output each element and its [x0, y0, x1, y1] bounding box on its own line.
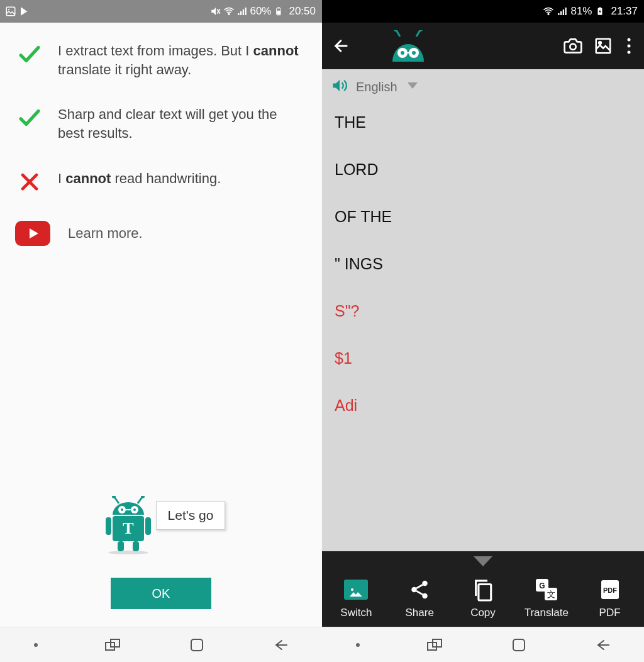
mascot-peek-icon: [386, 30, 430, 62]
svg-text:PDF: PDF: [603, 586, 617, 594]
svg-rect-0: [6, 7, 15, 16]
svg-text:T: T: [123, 519, 133, 537]
speech-bubble: Let's go: [156, 501, 226, 530]
signal-icon: [557, 6, 568, 17]
svg-point-44: [628, 38, 631, 42]
svg-rect-60: [513, 639, 525, 651]
camera-button[interactable]: [562, 35, 584, 57]
mascot-icon: T: [97, 496, 160, 559]
ocr-line: OF THE: [335, 208, 631, 226]
copy-icon: [470, 576, 496, 603]
action-label: Share: [406, 607, 434, 619]
svg-rect-7: [277, 11, 280, 14]
tip-item: I cannot read handwriting.: [15, 169, 307, 194]
overflow-menu-button[interactable]: [623, 35, 635, 57]
svg-point-1: [8, 9, 9, 10]
pdf-button[interactable]: PDF PDF: [582, 576, 638, 619]
cross-icon: [15, 169, 44, 194]
ocr-line: Adi: [335, 396, 631, 415]
svg-point-38: [401, 51, 404, 55]
nav-bar: [0, 627, 322, 662]
tip-text: I cannot read handwriting.: [58, 169, 221, 188]
learn-more-row[interactable]: Learn more.: [15, 221, 307, 246]
ocr-line: " INGS: [335, 255, 631, 273]
svg-point-46: [628, 51, 631, 54]
ok-button[interactable]: OK: [111, 578, 211, 609]
clock-time: 21:37: [611, 5, 638, 18]
pdf-icon: PDF: [597, 576, 623, 603]
signal-icon: [236, 6, 248, 17]
svg-line-12: [138, 497, 142, 503]
chevron-down-icon[interactable]: [474, 556, 492, 570]
back-button[interactable]: [594, 637, 611, 653]
svg-point-25: [108, 551, 148, 554]
wifi-icon: [223, 6, 235, 17]
status-bar: 60% 20:50: [0, 0, 322, 23]
svg-point-45: [628, 45, 631, 48]
tip-item: I extract text from images. But I cannot…: [15, 42, 307, 79]
tip-text: Sharp and clear text will get you the be…: [58, 105, 307, 142]
bottom-toolbar: Switch Share Copy G文 Translate: [322, 551, 644, 627]
check-icon: [15, 105, 44, 130]
translate-button[interactable]: G文 Translate: [518, 576, 575, 619]
onboarding-screen: 60% 20:50 I extract text from images. Bu…: [0, 0, 322, 662]
ocr-line: S"?: [335, 302, 631, 320]
status-bar: 81% 21:37: [322, 0, 644, 23]
language-selector[interactable]: English: [322, 69, 644, 104]
tips-list: I extract text from images. But I cannot…: [0, 23, 322, 496]
svg-line-34: [416, 30, 420, 36]
svg-text:G: G: [539, 581, 545, 590]
svg-rect-28: [191, 639, 203, 651]
result-screen: 81% 21:37: [322, 0, 644, 662]
chevron-down-icon: [408, 82, 418, 92]
gallery-button[interactable]: [592, 35, 614, 57]
svg-point-41: [570, 44, 575, 50]
action-label: PDF: [599, 607, 621, 619]
svg-point-29: [548, 14, 550, 15]
ocr-line: LORD: [335, 160, 631, 179]
svg-point-50: [422, 593, 428, 599]
tip-text: I extract text from images. But I cannot…: [58, 42, 307, 79]
svg-point-39: [412, 51, 416, 55]
ocr-result-text[interactable]: THE LORD OF THE " INGS S"? $1 Adi: [322, 104, 644, 551]
switch-button[interactable]: Switch: [328, 576, 384, 619]
speaker-icon[interactable]: [331, 77, 348, 97]
wifi-icon: [543, 6, 554, 17]
image-switch-icon: [344, 580, 368, 600]
recents-button[interactable]: [427, 637, 443, 653]
tip-item: Sharp and clear text will get you the be…: [15, 105, 307, 142]
svg-rect-24: [133, 541, 139, 551]
svg-text:文: 文: [547, 590, 555, 599]
svg-rect-31: [599, 8, 602, 9]
battery-percent: 60%: [250, 5, 271, 18]
nav-dot: [356, 643, 360, 647]
svg-rect-6: [278, 8, 280, 9]
svg-point-48: [422, 581, 428, 586]
home-button[interactable]: [189, 637, 205, 653]
svg-line-32: [396, 30, 400, 36]
battery-charging-icon: [594, 6, 606, 17]
recents-button[interactable]: [105, 637, 121, 653]
youtube-icon: [15, 221, 50, 246]
back-arrow-button[interactable]: [331, 35, 352, 57]
nav-dot: [34, 643, 38, 647]
share-icon: [406, 576, 433, 603]
learn-more-label: Learn more.: [68, 225, 143, 242]
svg-rect-23: [118, 541, 124, 551]
home-button[interactable]: [511, 637, 527, 653]
nav-bar: [322, 627, 644, 662]
ocr-line: THE: [335, 113, 631, 132]
svg-point-17: [133, 508, 136, 511]
svg-rect-22: [145, 517, 151, 535]
clock-time: 20:50: [289, 5, 316, 18]
ocr-line: $1: [335, 349, 631, 367]
svg-point-47: [351, 588, 353, 591]
svg-point-16: [121, 508, 123, 511]
svg-rect-21: [106, 517, 111, 535]
battery-icon: [273, 6, 284, 17]
svg-point-4: [229, 14, 230, 15]
copy-button[interactable]: Copy: [455, 576, 511, 619]
back-button[interactable]: [272, 637, 289, 653]
action-label: Translate: [525, 607, 569, 619]
share-button[interactable]: Share: [391, 576, 448, 619]
